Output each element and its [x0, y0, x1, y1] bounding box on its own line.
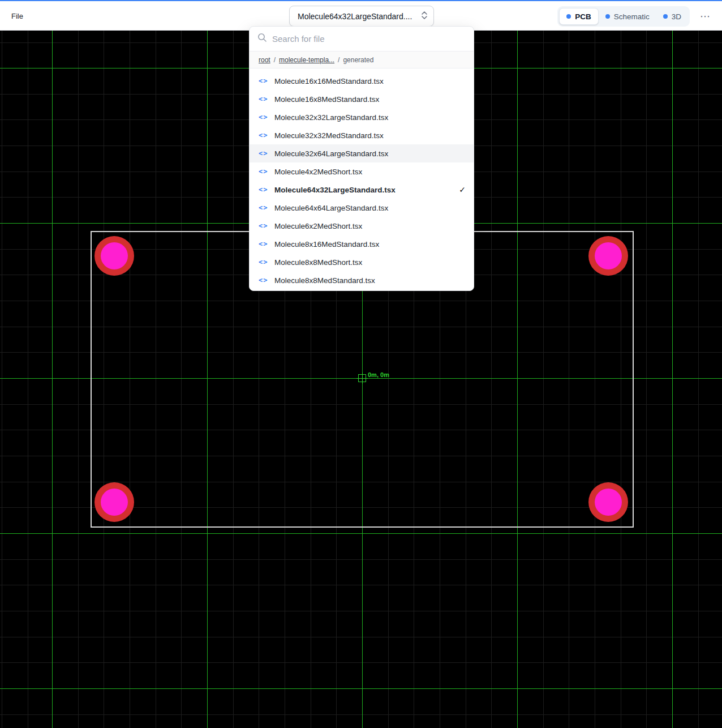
search-icon	[257, 33, 267, 45]
code-file-icon: <>	[259, 77, 269, 85]
file-name: Molecule16x16MedStandard.tsx	[274, 77, 451, 85]
file-list-item[interactable]: <> Molecule4x2MedShort.tsx	[250, 162, 474, 181]
breadcrumb-current-folder: generated	[343, 56, 373, 64]
file-list: <> Molecule16x16MedStandard.tsx <> Molec…	[250, 68, 474, 291]
file-name: Molecule8x16MedStandard.tsx	[274, 240, 451, 249]
threed-dot-icon	[663, 14, 668, 19]
pcb-dot-icon	[566, 14, 571, 19]
tab-3d[interactable]: 3D	[656, 8, 688, 25]
code-file-icon: <>	[259, 240, 269, 248]
pad-top-left[interactable]	[94, 236, 134, 276]
file-menu-button[interactable]: File	[11, 12, 23, 20]
file-selector-button[interactable]: Molecule64x32LargeStandard....	[289, 6, 434, 27]
view-switcher: PCB Schematic 3D ⋯	[557, 6, 715, 27]
code-file-icon: <>	[259, 149, 269, 157]
search-input[interactable]	[272, 34, 466, 44]
code-file-icon: <>	[259, 222, 269, 230]
code-file-icon: <>	[259, 131, 269, 139]
origin-crosshair-icon	[358, 374, 366, 382]
file-name: Molecule8x8MedStandard.tsx	[274, 276, 451, 285]
code-file-icon: <>	[259, 95, 269, 103]
file-selector-value: Molecule64x32LargeStandard....	[298, 12, 416, 21]
file-list-item[interactable]: <> Molecule16x16MedStandard.tsx	[250, 72, 474, 90]
file-name: Molecule64x64LargeStandard.tsx	[274, 204, 451, 212]
file-name: Molecule16x8MedStandard.tsx	[274, 95, 451, 104]
check-icon: ✓	[457, 185, 466, 194]
code-file-icon: <>	[259, 186, 269, 194]
search-row	[250, 27, 474, 52]
pad-bottom-right[interactable]	[588, 482, 628, 522]
code-file-icon: <>	[259, 168, 269, 175]
file-list-item[interactable]: <> Molecule64x32LargeStandard.tsx ✓	[250, 181, 474, 199]
pad-top-right[interactable]	[588, 236, 628, 276]
tab-pcb[interactable]: PCB	[559, 8, 599, 25]
file-name: Molecule8x8MedShort.tsx	[274, 258, 451, 267]
origin-coordinates-label: 0m, 0m	[368, 371, 389, 378]
breadcrumb-separator: /	[338, 56, 339, 64]
code-file-icon: <>	[259, 276, 269, 284]
chevron-updown-icon	[421, 11, 428, 22]
file-list-item[interactable]: <> Molecule6x2MedShort.tsx	[250, 217, 474, 235]
breadcrumb-root-link[interactable]: root	[259, 56, 270, 64]
file-list-item[interactable]: <> Molecule8x8MedStandard.tsx	[250, 271, 474, 289]
pad-bottom-left[interactable]	[94, 482, 134, 522]
file-list-item[interactable]: <> Molecule8x16MedStandard.tsx	[250, 235, 474, 253]
file-list-item[interactable]: <> Molecule32x32LargeStandard.tsx	[250, 108, 474, 126]
file-name: Molecule32x32MedStandard.tsx	[274, 131, 451, 140]
tab-3d-label: 3D	[672, 12, 681, 21]
file-name: Molecule32x32LargeStandard.tsx	[274, 113, 451, 122]
breadcrumb-folder-link[interactable]: molecule-templa...	[279, 56, 334, 64]
breadcrumb-separator: /	[274, 56, 276, 64]
file-picker-dropdown: root / molecule-templa... / generated <>…	[249, 26, 474, 291]
file-name: Molecule64x32LargeStandard.tsx	[274, 186, 451, 194]
file-list-item[interactable]: <> Molecule32x64LargeStandard.tsx	[250, 144, 474, 162]
view-segmented-control: PCB Schematic 3D	[557, 6, 690, 27]
code-file-icon: <>	[259, 113, 269, 121]
file-list-item[interactable]: <> Molecule16x8MedStandard.tsx	[250, 90, 474, 108]
code-file-icon: <>	[259, 204, 269, 212]
more-options-button[interactable]: ⋯	[695, 8, 715, 25]
file-list-item[interactable]: <> Molecule64x64LargeStandard.tsx	[250, 199, 474, 217]
schematic-dot-icon	[605, 14, 610, 19]
file-name: Molecule4x2MedShort.tsx	[274, 168, 451, 176]
file-list-item[interactable]: <> Molecule8x8MedShort.tsx	[250, 253, 474, 271]
tab-schematic-label: Schematic	[614, 12, 650, 21]
tab-schematic[interactable]: Schematic	[599, 8, 656, 25]
app-window: 0m, 0m File Molecule64x32LargeStandard..…	[0, 0, 722, 728]
file-name: Molecule6x2MedShort.tsx	[274, 222, 451, 230]
tab-pcb-label: PCB	[575, 12, 591, 21]
breadcrumb: root / molecule-templa... / generated	[250, 52, 474, 68]
file-list-item[interactable]: <> Molecule32x32MedStandard.tsx	[250, 126, 474, 144]
code-file-icon: <>	[259, 258, 269, 266]
file-name: Molecule32x64LargeStandard.tsx	[274, 149, 451, 158]
